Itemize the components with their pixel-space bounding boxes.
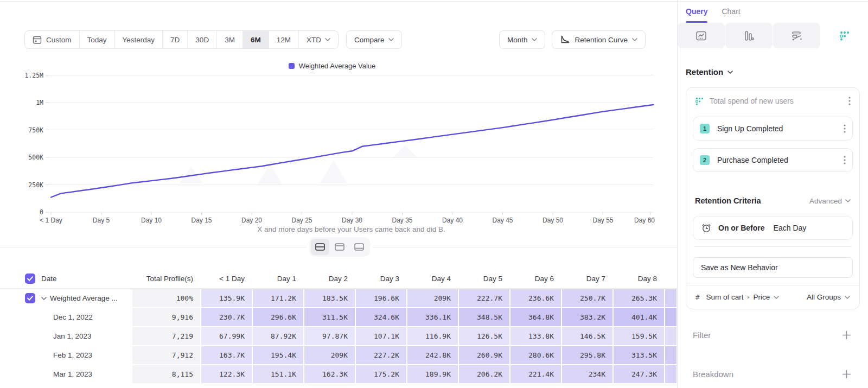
column-header-day-4[interactable]: Day 4 [407, 269, 458, 288]
retention-value-cell[interactable]: 221.4K [510, 365, 561, 383]
retention-condition[interactable]: On or Before Each Day [693, 216, 853, 240]
retention-value-cell[interactable]: 242.8K [407, 346, 458, 364]
retention-value-cell[interactable]: 126.5K [459, 327, 509, 345]
select-all-checkbox[interactable] [25, 273, 35, 284]
retention-value-cell[interactable]: 107.1K [356, 327, 406, 345]
retention-value-cell[interactable]: 183.5K [304, 289, 355, 307]
chart-type-button[interactable]: Retention Curve [552, 30, 646, 49]
retention-value-cell[interactable]: 189.9K [407, 365, 458, 383]
retention-value-cell[interactable]: 348.5K [459, 308, 509, 326]
retention-value-cell[interactable]: 227.2K [356, 346, 406, 364]
retention-value-cell[interactable]: 163.7K [201, 346, 252, 364]
retention-value-cell[interactable]: 401.4K [614, 308, 664, 326]
column-header-day-3[interactable]: Day 3 [355, 269, 407, 288]
expand-chevron-icon[interactable] [41, 297, 47, 300]
retention-value-cell[interactable]: 196.6K [356, 289, 406, 307]
total-profiles-cell[interactable]: 7,219 [132, 327, 200, 345]
retention-value-cell[interactable]: 97.87K [304, 327, 355, 345]
retention-value-cell[interactable]: 67.99K [201, 327, 252, 345]
groups-dropdown[interactable]: All Groups [807, 293, 850, 301]
range-custom[interactable]: Custom [25, 31, 80, 48]
retention-value-cell[interactable]: 151.1K [253, 365, 303, 383]
retention-value-cell[interactable]: 209K [304, 346, 355, 364]
retention-value-cell[interactable]: 222.7K [459, 289, 509, 307]
retention-value-cell[interactable]: 250.7K [562, 289, 612, 307]
retention-value-cell[interactable]: 209K [407, 289, 458, 307]
retention-value-cell[interactable]: 162.3K [304, 365, 355, 383]
total-profiles-cell[interactable]: 8,115 [132, 365, 200, 383]
add-breakdown-icon[interactable] [842, 370, 851, 379]
retention-value-cell[interactable]: 234K [562, 365, 612, 383]
behavior-step-1[interactable]: 1 Sign Up Completed [693, 117, 853, 141]
retention-value-cell[interactable]: 146.5K [562, 327, 612, 345]
total-profiles-cell[interactable]: 9,916 [132, 308, 200, 326]
total-profiles-cell[interactable]: 100% [132, 289, 200, 307]
add-filter-icon[interactable] [842, 330, 851, 340]
save-behavior-button[interactable]: Save as New Behavior [693, 257, 853, 278]
retention-line-chart[interactable]: 0250K500K750K1M1.25M< 1 DayDay 5Day 10Da… [0, 68, 677, 225]
insights-report-tab[interactable] [678, 23, 725, 48]
retention-value-cell[interactable]: 116.9K [407, 327, 458, 345]
retention-value-cell[interactable]: 206.2K [459, 365, 509, 383]
retention-value-cell[interactable]: 383.2K [562, 308, 612, 326]
retention-value-cell[interactable]: 159.5K [614, 327, 664, 345]
view-toggle-split[interactable] [311, 239, 329, 255]
column-header-day-1[interactable]: Day 1 [252, 269, 304, 288]
retention-value-cell[interactable]: 87.92K [253, 327, 303, 345]
column-header-date[interactable]: Date [38, 269, 132, 288]
retention-value-cell[interactable]: 175.2K [356, 365, 406, 383]
range-3m[interactable]: 3M [217, 31, 243, 48]
column-header-day-8[interactable]: Day 8 [613, 269, 665, 288]
range-yesterday[interactable]: Yesterday [115, 31, 163, 48]
retention-value-cell[interactable]: 247.3K [614, 365, 664, 383]
retention-value-cell[interactable]: 324.6K [356, 308, 406, 326]
retention-value-cell[interactable]: 295.8K [562, 346, 612, 364]
measure-property[interactable]: Price [754, 293, 770, 301]
retention-value-cell[interactable]: 122.3K [201, 365, 252, 383]
retention-value-cell[interactable]: 280.6K [510, 346, 561, 364]
tab-query[interactable]: Query [686, 0, 707, 23]
column-header-day-6[interactable]: Day 6 [510, 269, 561, 288]
retention-section-header[interactable]: Retention [686, 67, 860, 77]
column-header--1-day[interactable]: < 1 Day [201, 269, 252, 288]
range-30d[interactable]: 30D [188, 31, 217, 48]
retention-report-tab[interactable] [821, 23, 868, 48]
retention-value-cell[interactable]: 313.5K [614, 346, 664, 364]
range-12m[interactable]: 12M [269, 31, 299, 48]
column-header-day-5[interactable]: Day 5 [458, 269, 510, 288]
advanced-dropdown[interactable]: Advanced [809, 197, 851, 205]
flows-report-tab[interactable] [773, 23, 820, 48]
retention-value-cell[interactable]: 311.5K [304, 308, 355, 326]
retention-value-cell[interactable]: 230.7K [201, 308, 252, 326]
measure-event[interactable]: Sum of cart [706, 293, 744, 301]
column-header-total-profile-s-[interactable]: Total Profile(s) [132, 269, 201, 288]
column-header-day-7[interactable]: Day 7 [561, 269, 613, 288]
view-toggle-chart[interactable] [330, 239, 349, 255]
range-today[interactable]: Today [80, 31, 115, 48]
retention-value-cell[interactable]: 260.9K [459, 346, 509, 364]
retention-value-cell[interactable]: 336.1K [407, 308, 458, 326]
retention-value-cell[interactable]: 133.8K [510, 327, 561, 345]
tab-chart[interactable]: Chart [722, 0, 740, 23]
retention-value-cell[interactable]: 195.4K [253, 346, 303, 364]
kebab-menu-icon[interactable] [844, 124, 846, 133]
retention-value-cell[interactable]: 364.8K [510, 308, 561, 326]
kebab-menu-icon[interactable] [848, 96, 851, 106]
row-checkbox[interactable] [25, 293, 35, 303]
range-7d[interactable]: 7D [163, 31, 188, 48]
kebab-menu-icon[interactable] [844, 155, 846, 165]
total-profiles-cell[interactable]: 7,912 [132, 346, 200, 364]
retention-value-cell[interactable]: 171.2K [253, 289, 303, 307]
range-6m[interactable]: 6M [243, 31, 269, 48]
granularity-button[interactable]: Month [499, 30, 546, 49]
compare-button[interactable]: Compare [346, 30, 403, 49]
range-xtd[interactable]: XTD [299, 31, 338, 48]
behavior-step-2[interactable]: 2 Purchase Completed [693, 148, 853, 172]
view-toggle-table[interactable] [350, 239, 368, 255]
retention-value-cell[interactable]: 236.6K [510, 289, 561, 307]
funnels-report-tab[interactable] [725, 23, 773, 48]
retention-value-cell[interactable]: 135.9K [201, 289, 252, 307]
retention-value-cell[interactable]: 265.3K [614, 289, 664, 307]
column-header-day-2[interactable]: Day 2 [304, 269, 355, 288]
retention-value-cell[interactable]: 296.6K [253, 308, 303, 326]
